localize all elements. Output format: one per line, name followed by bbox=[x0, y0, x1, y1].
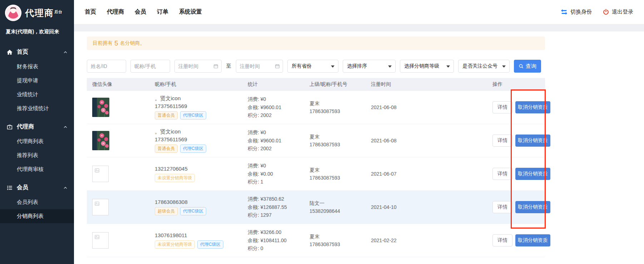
sidebar-section-label: 代理商 bbox=[17, 123, 34, 131]
sidebar-section-header[interactable]: 首页 bbox=[0, 44, 74, 60]
phone-number: 13212706045 bbox=[155, 166, 241, 172]
table-header: 微信头像昵称/手机统计上级/昵称/手机号注册时间操作 bbox=[87, 78, 545, 91]
sidebar-item[interactable]: 提现申请 bbox=[0, 74, 74, 88]
topnav: 首页代理商会员订单系统设置 切换身份 退出登录 bbox=[74, 0, 644, 24]
topnav-menu: 首页代理商会员订单系统设置 bbox=[85, 8, 202, 16]
topnav-right: 切换身份 退出登录 bbox=[560, 9, 633, 15]
topnav-item[interactable]: 代理商 bbox=[107, 8, 124, 16]
badge-list: 未设置分销商等级代理C级区 bbox=[155, 240, 241, 249]
stat-line: 积分: 1 bbox=[248, 178, 302, 186]
chevron-up-icon bbox=[63, 125, 68, 129]
logout-label: 退出登录 bbox=[612, 9, 633, 15]
parent-phone: 17863087593 bbox=[309, 142, 364, 147]
level-badge: 代理C级区 bbox=[197, 240, 223, 249]
search-button[interactable]: 查询 bbox=[514, 60, 541, 73]
name-id-input[interactable] bbox=[87, 60, 126, 73]
follow-official-account-select[interactable]: 是否关注公众号 bbox=[458, 60, 510, 73]
parent-name: 夏末 bbox=[309, 167, 364, 173]
stat-line: 余额: ¥108411.00 bbox=[248, 236, 302, 245]
level-badge: 普通会员 bbox=[155, 145, 178, 153]
row-actions: 详情取消分销资质 bbox=[492, 234, 541, 246]
stat-line: 消费: ¥37850.62 bbox=[248, 195, 302, 203]
sidebar-item[interactable]: 代理商审核 bbox=[0, 162, 74, 176]
sidebar-section: 代理商代理商列表推荐列表代理商审核 bbox=[0, 119, 74, 176]
cancel-distribution-button[interactable]: 取消分销资质 bbox=[515, 201, 550, 213]
broken-image-avatar bbox=[92, 166, 109, 182]
logo-avatar bbox=[5, 5, 21, 21]
brand-logo: 代理商后台 bbox=[25, 7, 62, 19]
parent-phone: 17863087593 bbox=[309, 175, 364, 181]
cancel-distribution-button[interactable]: 取消分销资质 bbox=[515, 168, 550, 180]
power-icon bbox=[603, 9, 609, 15]
registration-time: 2021-06-07 bbox=[367, 157, 489, 191]
row-actions: 详情取消分销资质 bbox=[492, 201, 541, 213]
sidebar-item[interactable]: 推荐列表 bbox=[0, 148, 74, 162]
table-row: 13212706045未设置分销商等级消费: ¥0余额: ¥0.00积分: 1夏… bbox=[87, 157, 545, 191]
phone-number: 17375611569 bbox=[155, 103, 241, 109]
parent-phone: 17863087593 bbox=[309, 108, 364, 114]
cancel-distribution-button[interactable]: 取消分销资质 bbox=[515, 101, 550, 113]
row-actions: 详情取消分销资质 bbox=[492, 101, 541, 113]
stat-line: 消费: ¥0 bbox=[248, 162, 302, 170]
chevron-down-icon bbox=[446, 65, 450, 68]
table-body: 。贤文icon17375611569普通会员代理C级区消费: ¥0余额: ¥96… bbox=[87, 91, 545, 257]
nickname: 。贤文icon bbox=[155, 95, 241, 102]
detail-button[interactable]: 详情 bbox=[492, 101, 512, 113]
detail-button[interactable]: 详情 bbox=[492, 168, 512, 180]
sidebar-section: 会员会员列表分销商列表 bbox=[0, 180, 74, 223]
distributor-table: 微信头像昵称/手机统计上级/昵称/手机号注册时间操作 。贤文icon173756… bbox=[87, 78, 545, 257]
sidebar-section-label: 会员 bbox=[17, 184, 28, 191]
reg-time-start-wrap bbox=[174, 60, 222, 73]
cancel-distribution-button[interactable]: 取消分销资质 bbox=[515, 234, 550, 246]
sidebar-section-header[interactable]: 会员 bbox=[0, 180, 74, 195]
detail-button[interactable]: 详情 bbox=[492, 234, 512, 246]
sidebar-item[interactable]: 代理商列表 bbox=[0, 135, 74, 148]
stat-line: 积分: 2002 bbox=[248, 145, 302, 153]
reg-time-start-input[interactable] bbox=[174, 60, 222, 73]
sidebar-item[interactable]: 财务报表 bbox=[0, 60, 74, 74]
sort-select[interactable]: 选择排序 bbox=[343, 60, 396, 73]
detail-button[interactable]: 详情 bbox=[492, 201, 512, 213]
distributor-level-select[interactable]: 选择分销商等级 bbox=[400, 60, 454, 73]
column-header: 注册时间 bbox=[367, 78, 489, 91]
logout-button[interactable]: 退出登录 bbox=[603, 9, 633, 15]
detail-button[interactable]: 详情 bbox=[492, 135, 512, 147]
reg-time-end-input[interactable] bbox=[236, 60, 283, 73]
parent-phone: 17863087593 bbox=[309, 241, 364, 247]
parent-phone: 15382098644 bbox=[309, 208, 364, 214]
stat-line: 积分: 2002 bbox=[248, 111, 302, 119]
registration-time: 2021-02-22 bbox=[367, 224, 489, 257]
search-button-label: 查询 bbox=[526, 63, 536, 70]
topnav-item[interactable]: 订单 bbox=[157, 8, 168, 16]
to-label: 至 bbox=[226, 63, 232, 69]
province-select[interactable]: 所有省份 bbox=[287, 60, 338, 73]
stat-line: 消费: ¥0 bbox=[248, 95, 302, 103]
phone-number: 17863086308 bbox=[155, 199, 241, 205]
brand-name: 代理商 bbox=[25, 8, 54, 18]
topnav-item[interactable]: 系统设置 bbox=[179, 8, 202, 16]
filter-bar: 至 所有省份 选择排序 选择分销商等级 bbox=[87, 60, 545, 73]
chevron-up-icon bbox=[63, 186, 68, 190]
sidebar-item[interactable]: 推荐业绩统计 bbox=[0, 102, 74, 116]
sidebar-item[interactable]: 业绩统计 bbox=[0, 88, 74, 102]
badge-list: 普通会员代理C级区 bbox=[155, 111, 241, 119]
home-icon bbox=[6, 49, 13, 55]
content-panel: 目前拥有 5 名分销商。 至 bbox=[74, 31, 644, 264]
sidebar-section-label: 首页 bbox=[17, 48, 28, 56]
switch-identity-button[interactable]: 切换身份 bbox=[560, 9, 592, 15]
level-badge: 未设置分销商等级 bbox=[155, 174, 195, 182]
row-actions: 详情取消分销资质 bbox=[492, 168, 541, 180]
stat-line: 积分: 0 bbox=[248, 244, 302, 253]
column-header: 上级/昵称/手机号 bbox=[306, 78, 367, 91]
topnav-item[interactable]: 首页 bbox=[85, 8, 96, 16]
sidebar-item[interactable]: 分销商列表 bbox=[0, 209, 74, 223]
cancel-distribution-button[interactable]: 取消分销资质 bbox=[515, 135, 550, 147]
stat-line: 余额: ¥0.00 bbox=[248, 170, 302, 178]
nickname-phone-input[interactable] bbox=[130, 60, 170, 73]
row-actions: 详情取消分销资质 bbox=[492, 135, 541, 147]
province-select-value: 所有省份 bbox=[292, 63, 312, 69]
sidebar-item[interactable]: 会员列表 bbox=[0, 195, 74, 209]
topnav-item[interactable]: 会员 bbox=[135, 8, 146, 16]
sidebar-section-header[interactable]: 代理商 bbox=[0, 119, 74, 135]
registration-time: 2021-04-10 bbox=[367, 191, 489, 224]
